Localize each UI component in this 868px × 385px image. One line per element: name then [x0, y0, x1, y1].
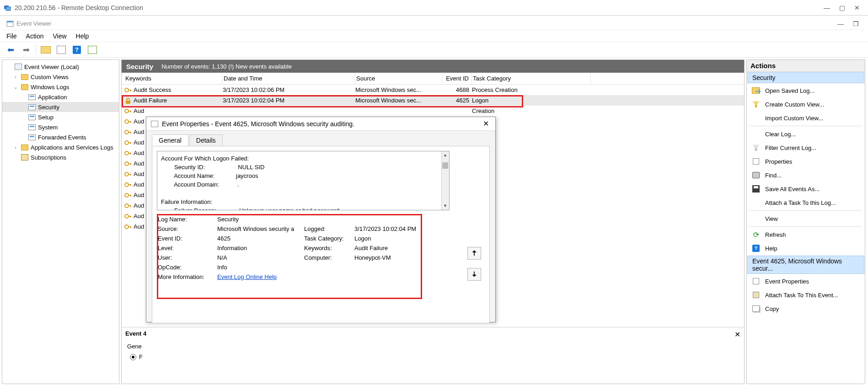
col-taskcategory[interactable]: Task Category [472, 73, 591, 84]
actions-title: Actions [747, 60, 865, 72]
action-properties[interactable]: Properties [747, 155, 865, 168]
close-button[interactable]: ✕ [854, 4, 860, 11]
meta-eventid-label: Event ID: [158, 235, 217, 242]
ev-restore-button[interactable]: ❐ [853, 20, 859, 27]
menu-help[interactable]: Help [76, 32, 89, 40]
meta-computer-value: Honeypot-VM [354, 254, 428, 261]
dialog-next-button[interactable]: 🠇 [467, 268, 481, 281]
tree-label: Setup [38, 114, 54, 121]
col-datetime[interactable]: Date and Time [223, 73, 355, 84]
dialog-tab-details[interactable]: Details [189, 134, 223, 146]
menu-action[interactable]: Action [26, 32, 44, 40]
svg-point-8 [125, 109, 129, 113]
action-find[interactable]: Find... [747, 168, 865, 182]
scroll-down-icon[interactable]: ▼ [441, 202, 449, 210]
action-import-custom-view[interactable]: Import Custom View... [747, 111, 865, 125]
scroll-thumb[interactable] [442, 162, 448, 169]
tree-forwarded-events[interactable]: Forwarded Events [2, 132, 119, 142]
action-open-saved-log[interactable]: Open Saved Log... [747, 84, 865, 97]
tree-windows-logs[interactable]: ⌄ Windows Logs [2, 82, 119, 92]
table-row[interactable]: Audit Success3/17/2023 10:02:06 PMMicros… [122, 85, 744, 95]
action-clear-log[interactable]: Clear Log... [747, 127, 865, 141]
meta-keywords-value: Audit Failure [354, 245, 428, 251]
col-source[interactable]: Source [355, 73, 442, 84]
tree-subscriptions[interactable]: Subscriptions [2, 152, 119, 162]
event-viewer-title-text: Event Viewer [16, 20, 837, 27]
toolbar-view-button[interactable] [55, 44, 67, 56]
meta-computer-label: Computer: [304, 254, 354, 261]
svg-rect-34 [130, 195, 131, 197]
col-keywords[interactable]: Keywords [124, 73, 223, 84]
center-log-name: Security [126, 63, 153, 70]
meta-taskcat-value: Logon [354, 235, 428, 242]
rdc-title-text: 20.200.210.56 - Remote Desktop Connectio… [15, 4, 824, 11]
action-help[interactable]: ?Help [747, 241, 865, 255]
tree-apps-services[interactable]: › Applications and Services Logs [2, 142, 119, 152]
dialog-prev-button[interactable]: 🠅 [467, 247, 481, 260]
lower-tab-general[interactable]: Gene [127, 343, 142, 350]
table-row[interactable]: AudCreation [122, 106, 744, 116]
toolbar-action-button[interactable] [40, 44, 52, 56]
tree-application[interactable]: Application [2, 92, 119, 102]
scroll-up-icon[interactable]: ▲ [441, 151, 449, 159]
svg-rect-13 [130, 121, 131, 123]
tree-root[interactable]: Event Viewer (Local) [2, 62, 119, 72]
svg-rect-16 [130, 132, 131, 134]
menu-file[interactable]: File [6, 32, 17, 40]
menu-view[interactable]: View [53, 32, 66, 40]
nav-forward-button[interactable]: ➡ [20, 44, 32, 56]
dialog-body: Account For Which Logon Failed: Security… [152, 146, 490, 323]
meta-level-value: Information [217, 245, 304, 251]
meta-keywords-label: Keywords: [304, 245, 354, 251]
action-save-all-events[interactable]: Save All Events As... [747, 182, 865, 196]
col-eventid[interactable]: Event ID [442, 73, 472, 84]
meta-opcode-value: Info [217, 264, 304, 271]
svg-point-11 [125, 120, 129, 123]
action-event-properties[interactable]: Event Properties [747, 274, 865, 288]
meta-user-label: User: [158, 254, 217, 261]
tree-label: System [38, 124, 58, 131]
nav-back-button[interactable]: ⬅ [5, 44, 16, 56]
event-detail-lower-pane: Event 4 ✕ Gene F [122, 327, 744, 384]
tree-label: Security [38, 104, 59, 111]
tree-system[interactable]: System [2, 122, 119, 132]
svg-point-4 [125, 88, 129, 92]
dialog-close-button[interactable]: ✕ [481, 119, 491, 128]
toolbar-refresh-button[interactable] [86, 44, 98, 56]
maximize-button[interactable]: ▢ [839, 4, 845, 11]
scrollbar[interactable]: ▲ ▼ [441, 151, 449, 210]
svg-rect-3 [7, 21, 13, 22]
svg-rect-22 [130, 153, 131, 155]
tree-label: Applications and Services Logs [31, 144, 113, 151]
tree-custom-views[interactable]: › Custom Views [2, 72, 119, 82]
ev-minimize-button[interactable]: — [837, 20, 844, 27]
svg-point-41 [125, 225, 129, 229]
action-refresh[interactable]: ⟳Refresh [747, 228, 865, 241]
action-copy[interactable]: Copy [747, 302, 865, 315]
table-row[interactable]: Audit Failure3/17/2023 10:02:04 PMMicros… [122, 95, 744, 106]
action-attach-task-log[interactable]: Attach a Task To this Log... [747, 196, 865, 209]
center-header: Security Number of events: 1,130 (!) New… [122, 60, 744, 73]
tree-setup[interactable]: Setup [2, 112, 119, 122]
meta-logged-label: Logged: [304, 225, 354, 232]
rdc-titlebar: 20.200.210.56 - Remote Desktop Connectio… [0, 0, 868, 16]
tree-pane: Event Viewer (Local) › Custom Views ⌄ Wi… [2, 59, 119, 384]
lower-radio-friendly[interactable] [130, 354, 136, 360]
tree-security[interactable]: Security [2, 102, 119, 112]
minimize-button[interactable]: — [824, 4, 830, 11]
action-attach-task-event[interactable]: Attach Task To This Event... [747, 288, 865, 302]
meta-moreinfo-label: More Information: [158, 273, 217, 280]
dialog-tabs: General Details [146, 131, 495, 146]
ev-window-controls: — ❐ [837, 20, 862, 27]
action-view[interactable]: View [747, 212, 865, 225]
tree-root-label: Event Viewer (Local) [24, 64, 79, 70]
action-filter-current-log[interactable]: Filter Current Log... [747, 141, 865, 155]
action-create-custom-view[interactable]: Create Custom View... [747, 97, 865, 111]
lower-close-button[interactable]: ✕ [734, 330, 740, 339]
svg-rect-37 [130, 205, 131, 207]
dialog-tab-general[interactable]: General [152, 134, 188, 146]
meta-moreinfo-link[interactable]: Event Log Online Help [217, 273, 304, 280]
toolbar-help-button[interactable]: ? [71, 44, 83, 56]
dialog-description-textarea[interactable]: Account For Which Logon Failed: Security… [157, 151, 450, 210]
lower-radio-label: F [139, 353, 143, 360]
